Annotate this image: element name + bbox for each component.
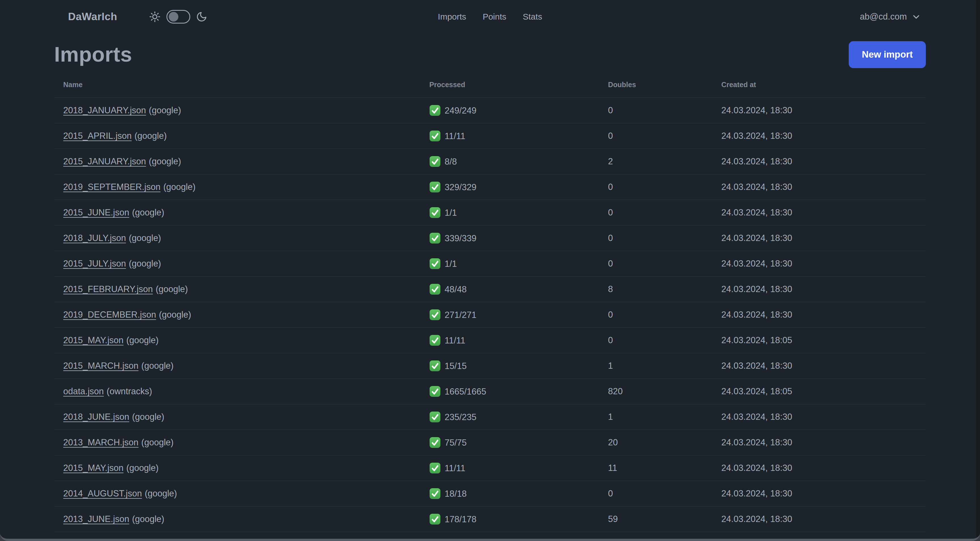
import-file-link[interactable]: 2018_JUNE.json — [63, 412, 129, 422]
name-cell: 2015_JUNE.json(google) — [54, 200, 420, 225]
doubles-cell: 0 — [599, 225, 712, 251]
processed-cell: 178/178 — [420, 506, 599, 532]
check-emoji-icon — [429, 539, 441, 541]
table-row: 2018_JANUARY.json(google) 249/249 0 24.0… — [54, 97, 926, 123]
processed-cell: 11/11 — [420, 327, 599, 353]
processed-count: 329/329 — [445, 182, 476, 192]
created-at-cell: 24.03.2024, 18:05 — [712, 379, 926, 404]
processed-count: 339/339 — [445, 233, 476, 243]
table-row: 2019_SEPTEMBER.json(google) 329/329 0 24… — [54, 174, 926, 200]
import-source: (google) — [132, 207, 164, 217]
import-file-link[interactable]: 2013_JUNE.json — [63, 514, 129, 524]
created-at-cell: 24.03.2024, 18:30 — [712, 481, 926, 506]
name-cell: odata.json(owntracks) — [54, 379, 420, 404]
user-menu[interactable]: ab@cd.com — [860, 12, 920, 22]
import-file-link[interactable]: 2015_MAY.json — [63, 335, 124, 345]
doubles-cell: 2 — [599, 149, 712, 174]
name-cell: 2015_MAY.json(google) — [54, 327, 420, 353]
processed-count: 1665/1665 — [445, 386, 486, 397]
created-at-cell: 24.03.2024, 18:30 — [712, 302, 926, 327]
import-file-link[interactable]: 2018_JULY.json — [63, 233, 126, 243]
table-row — [54, 532, 926, 541]
doubles-cell: 1 — [599, 404, 712, 430]
import-file-link[interactable]: 2015_JUNE.json — [63, 207, 129, 217]
check-emoji-icon — [429, 335, 441, 346]
check-emoji-icon — [429, 488, 441, 499]
import-file-link[interactable]: 2015_JANUARY.json — [63, 156, 146, 166]
import-source: (google) — [141, 361, 173, 371]
import-source: (google) — [163, 182, 196, 192]
table-row: 2015_MAY.json(google) 11/11 0 24.03.2024… — [54, 327, 926, 353]
processed-count: 271/271 — [445, 310, 476, 320]
import-file-link[interactable]: 2015_MAY.json — [63, 463, 124, 473]
processed-count: 15/15 — [445, 361, 467, 371]
name-cell: 2018_JULY.json(google) — [54, 225, 420, 251]
app-logo[interactable]: DaWarIch — [68, 11, 117, 23]
import-file-link[interactable]: 2015_MARCH.json — [63, 361, 138, 371]
import-file-link[interactable]: 2019_SEPTEMBER.json — [63, 182, 161, 192]
processed-count: 8/8 — [445, 157, 457, 167]
theme-switch[interactable] — [167, 10, 190, 24]
name-cell: 2015_MARCH.json(google) — [54, 353, 420, 379]
table-row: 2015_JUNE.json(google) 1/1 0 24.03.2024,… — [54, 200, 926, 225]
import-file-link[interactable]: 2015_APRIL.json — [63, 131, 132, 141]
import-source: (google) — [129, 233, 161, 243]
import-file-link[interactable]: 2015_FEBRUARY.json — [63, 284, 153, 294]
check-emoji-icon — [429, 386, 441, 397]
table-row: 2013_JUNE.json(google) 178/178 59 24.03.… — [54, 506, 926, 532]
table-row: 2015_MAY.json(google) 11/11 11 24.03.202… — [54, 455, 926, 481]
name-cell: 2015_JANUARY.json(google) — [54, 149, 420, 174]
check-emoji-icon — [429, 411, 441, 423]
doubles-cell: 0 — [599, 200, 712, 225]
processed-cell: 11/11 — [420, 123, 599, 149]
check-emoji-icon — [429, 207, 441, 218]
table-row: 2015_JANUARY.json(google) 8/8 2 24.03.20… — [54, 149, 926, 174]
table-row: 2015_FEBRUARY.json(google) 48/48 8 24.03… — [54, 276, 926, 302]
import-file-link[interactable]: odata.json — [63, 386, 104, 396]
check-emoji-icon — [429, 284, 441, 295]
table-row: 2014_AUGUST.json(google) 18/18 0 24.03.2… — [54, 481, 926, 506]
processed-cell: 1665/1665 — [420, 379, 599, 404]
name-cell: 2015_APRIL.json(google) — [54, 123, 420, 149]
import-file-link[interactable]: 2018_JANUARY.json — [63, 105, 146, 115]
import-file-link[interactable]: 2019_DECEMBER.json — [63, 310, 156, 319]
import-file-link[interactable]: 2015_JULY.json — [63, 259, 126, 268]
created-at-cell: 24.03.2024, 18:30 — [712, 276, 926, 302]
doubles-cell: 20 — [599, 430, 712, 455]
created-at-cell: 24.03.2024, 18:30 — [712, 506, 926, 532]
name-cell: 2019_SEPTEMBER.json(google) — [54, 174, 420, 200]
created-at-cell: 24.03.2024, 18:05 — [712, 327, 926, 353]
created-at-cell: 24.03.2024, 18:30 — [712, 174, 926, 200]
import-source: (google) — [145, 488, 177, 498]
name-cell: 2015_MAY.json(google) — [54, 455, 420, 481]
processed-count: 249/249 — [445, 105, 476, 115]
name-cell: 2018_JANUARY.json(google) — [54, 97, 420, 123]
app-window: DaWarIch Imports Points Stats ab@c — [0, 0, 980, 541]
theme-switch-knob — [169, 12, 178, 22]
nav-item-stats[interactable]: Stats — [523, 12, 542, 22]
import-file-link[interactable]: 2014_AUGUST.json — [63, 488, 142, 498]
processed-cell: 11/11 — [420, 455, 599, 481]
processed-cell: 339/339 — [420, 225, 599, 251]
new-import-button[interactable]: New import — [849, 41, 926, 68]
name-cell: 2014_AUGUST.json(google) — [54, 481, 420, 506]
doubles-cell: 0 — [599, 302, 712, 327]
import-source: (google) — [156, 284, 188, 294]
name-cell: 2013_JUNE.json(google) — [54, 506, 420, 532]
user-email: ab@cd.com — [860, 12, 907, 22]
import-source: (owntracks) — [107, 386, 152, 396]
column-header-created-at: Created at — [712, 73, 926, 97]
table-row: 2018_JUNE.json(google) 235/235 1 24.03.2… — [54, 404, 926, 430]
import-file-link[interactable]: 2013_MARCH.json — [63, 437, 138, 447]
doubles-cell: 59 — [599, 506, 712, 532]
nav-item-imports[interactable]: Imports — [438, 12, 466, 22]
processed-cell: 1/1 — [420, 251, 599, 276]
name-cell: 2015_JULY.json(google) — [54, 251, 420, 276]
check-emoji-icon — [429, 181, 441, 193]
table-row: 2018_JULY.json(google) 339/339 0 24.03.2… — [54, 225, 926, 251]
name-cell: 2015_FEBRUARY.json(google) — [54, 276, 420, 302]
nav-item-points[interactable]: Points — [483, 12, 506, 22]
theme-toggle — [149, 10, 207, 24]
table-header: Name Processed Doubles Created at — [54, 73, 926, 97]
created-at-cell: 24.03.2024, 18:30 — [712, 225, 926, 251]
